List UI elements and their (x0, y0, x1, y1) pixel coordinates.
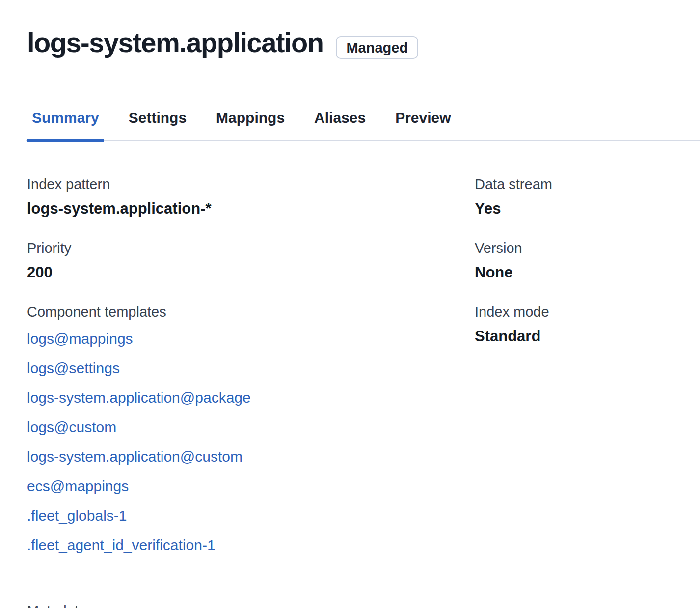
component-template-link[interactable]: logs@mappings (27, 324, 475, 354)
field-version: Version None (475, 237, 700, 283)
template-details-page: logs-system.application Managed Summary … (0, 0, 700, 608)
index-pattern-label: Index pattern (27, 173, 475, 195)
tab-preview[interactable]: Preview (390, 109, 456, 141)
field-index-pattern: Index pattern logs-system.application-* (27, 173, 475, 219)
metadata-section: Metadata (27, 599, 700, 608)
field-data-stream: Data stream Yes (475, 173, 700, 219)
tab-summary[interactable]: Summary (27, 109, 104, 141)
component-templates-label: Component templates (27, 301, 475, 323)
priority-value: 200 (27, 262, 475, 283)
component-template-link[interactable]: ecs@mappings (27, 471, 475, 501)
index-mode-value: Standard (475, 326, 700, 347)
component-template-link[interactable]: .fleet_globals-1 (27, 501, 475, 530)
field-priority: Priority 200 (27, 237, 475, 283)
field-index-mode: Index mode Standard (475, 301, 700, 347)
summary-left-column: Index pattern logs-system.application-* … (27, 173, 475, 578)
version-value: None (475, 262, 700, 283)
component-template-link[interactable]: logs@custom (27, 413, 475, 442)
tab-bar: Summary Settings Mappings Aliases Previe… (27, 109, 700, 141)
priority-label: Priority (27, 237, 475, 259)
managed-badge: Managed (336, 36, 418, 59)
index-mode-label: Index mode (475, 301, 700, 323)
component-templates-list: logs@mappings logs@settings logs-system.… (27, 324, 475, 560)
page-title: logs-system.application (27, 26, 323, 60)
component-template-link[interactable]: logs@settings (27, 354, 475, 383)
version-label: Version (475, 237, 700, 259)
metadata-label: Metadata (27, 599, 700, 608)
component-template-link[interactable]: .fleet_agent_id_verification-1 (27, 530, 475, 560)
tab-mappings[interactable]: Mappings (211, 109, 290, 141)
component-template-link[interactable]: logs-system.application@custom (27, 442, 475, 471)
summary-right-column: Data stream Yes Version None Index mode … (475, 173, 700, 578)
tab-settings[interactable]: Settings (124, 109, 191, 141)
data-stream-value: Yes (475, 198, 700, 219)
summary-description-list: Index pattern logs-system.application-* … (27, 173, 700, 578)
tab-aliases[interactable]: Aliases (309, 109, 371, 141)
field-component-templates: Component templates logs@mappings logs@s… (27, 301, 475, 560)
page-header: logs-system.application Managed (27, 26, 700, 60)
component-template-link[interactable]: logs-system.application@package (27, 383, 475, 413)
data-stream-label: Data stream (475, 173, 700, 195)
index-pattern-value: logs-system.application-* (27, 198, 475, 219)
